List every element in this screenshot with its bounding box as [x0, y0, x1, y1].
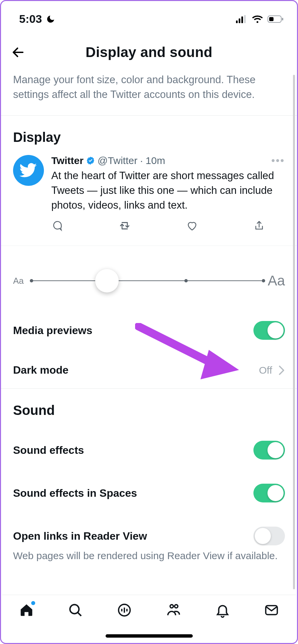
- tab-search[interactable]: [65, 602, 85, 618]
- page-description: Manage your font size, color and backgro…: [1, 70, 297, 115]
- verified-badge-icon: [86, 156, 95, 165]
- tweet-author-name: Twitter: [51, 155, 83, 166]
- status-time: 5:03: [19, 12, 42, 25]
- chevron-right-icon: [278, 365, 285, 375]
- home-indicator: [106, 634, 193, 638]
- svg-rect-2: [241, 16, 243, 23]
- share-icon[interactable]: [253, 220, 265, 231]
- svg-rect-0: [236, 20, 238, 23]
- page-header: Display and sound: [1, 29, 297, 70]
- row-reader-view[interactable]: Open links in Reader View: [1, 515, 297, 550]
- svg-rect-6: [282, 18, 283, 20]
- media-previews-toggle[interactable]: [253, 321, 285, 340]
- reply-icon[interactable]: [51, 220, 63, 231]
- svg-point-16: [170, 605, 173, 608]
- dark-mode-value: Off: [259, 365, 272, 376]
- font-size-slider[interactable]: Aa Aa: [1, 246, 297, 309]
- svg-rect-3: [244, 15, 246, 23]
- tweet-preview: Twitter @Twitter · 10m ••• At the heart …: [13, 153, 285, 231]
- spaces-sound-toggle[interactable]: [253, 484, 285, 502]
- row-sound-effects[interactable]: Sound effects: [1, 429, 297, 472]
- back-button[interactable]: [11, 45, 29, 59]
- svg-point-10: [70, 605, 79, 614]
- tweet-more-icon[interactable]: •••: [271, 155, 285, 166]
- scrollbar[interactable]: [293, 75, 295, 589]
- reader-view-toggle[interactable]: [253, 527, 285, 545]
- battery-icon: [267, 15, 284, 23]
- svg-rect-1: [239, 18, 240, 23]
- tab-messages[interactable]: [261, 602, 282, 618]
- tab-spaces[interactable]: [114, 602, 134, 618]
- svg-point-17: [174, 605, 178, 608]
- tab-home[interactable]: [16, 602, 37, 618]
- retweet-icon[interactable]: [118, 220, 131, 231]
- svg-line-11: [78, 613, 81, 616]
- tab-communities[interactable]: [164, 602, 184, 618]
- svg-rect-5: [269, 17, 274, 21]
- status-bar: 5:03: [1, 1, 297, 29]
- slider-knob[interactable]: [95, 269, 119, 292]
- dark-mode-label: Dark mode: [13, 364, 259, 376]
- tweet-author-handle: @Twitter: [98, 155, 137, 166]
- reader-view-helper: Web pages will be rendered using Reader …: [1, 550, 297, 570]
- twitter-avatar: [13, 155, 44, 186]
- like-icon[interactable]: [186, 220, 198, 231]
- row-dark-mode[interactable]: Dark mode Off: [1, 352, 297, 388]
- tweet-body: At the heart of Twitter are short messag…: [51, 168, 285, 213]
- section-sound: Sound: [1, 389, 297, 429]
- do-not-disturb-icon: [46, 14, 55, 24]
- page-title: Display and sound: [29, 44, 269, 60]
- tweet-time: 10m: [145, 155, 165, 166]
- row-media-previews[interactable]: Media previews: [1, 309, 297, 352]
- spaces-sound-label: Sound effects in Spaces: [13, 487, 253, 499]
- sound-effects-toggle[interactable]: [253, 441, 285, 460]
- section-title-sound: Sound: [13, 403, 285, 418]
- row-spaces-sound[interactable]: Sound effects in Spaces: [1, 472, 297, 515]
- cellular-icon: [236, 15, 247, 23]
- tab-notifications[interactable]: [213, 602, 233, 618]
- reader-view-label: Open links in Reader View: [13, 530, 253, 542]
- sound-effects-label: Sound effects: [13, 444, 253, 457]
- notification-dot: [31, 601, 35, 605]
- font-small-label: Aa: [13, 276, 24, 286]
- media-previews-label: Media previews: [13, 324, 253, 337]
- section-display: Display Twitter @Twitter · 10m ••• At th…: [1, 116, 297, 246]
- tweet-separator: ·: [140, 155, 143, 166]
- font-large-label: Aa: [268, 273, 285, 289]
- section-title-display: Display: [13, 130, 285, 145]
- wifi-icon: [252, 15, 263, 23]
